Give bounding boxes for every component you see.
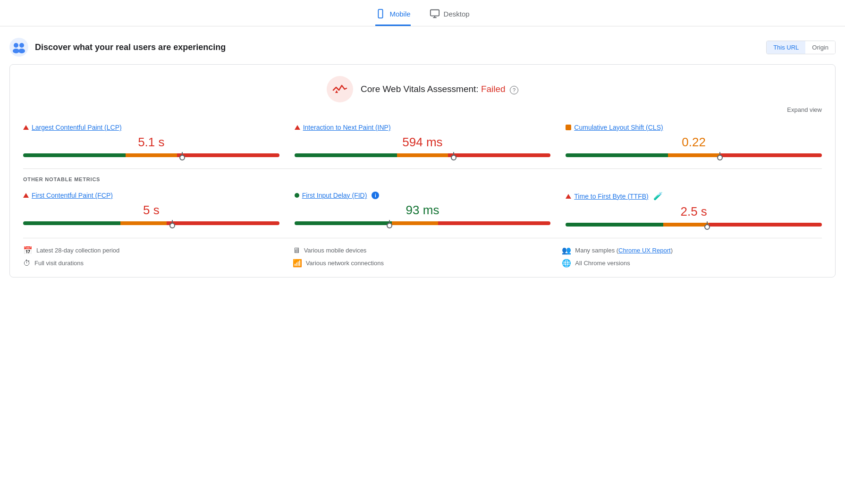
metric-fid-label: First Input Delay (FID) i — [295, 192, 551, 199]
fcp-value: 5 s — [23, 203, 279, 218]
chrome-ux-report-link[interactable]: Chrome UX Report — [618, 247, 671, 254]
core-metrics-grid: Largest Contentful Paint (LCP) 5.1 s Int… — [23, 122, 822, 159]
metric-lcp-label: Largest Contentful Paint (LCP) — [23, 124, 279, 131]
ttfb-bar-marker — [707, 221, 708, 228]
tab-desktop-label: Desktop — [444, 10, 470, 18]
fid-value: 93 ms — [295, 203, 551, 218]
svg-point-5 — [9, 38, 28, 57]
fid-info-icon[interactable]: i — [372, 192, 379, 199]
footer-info: 📅 Latest 28-day collection period 🖥 Vari… — [23, 238, 822, 268]
footer-samples: 👥 Many samples (Chrome UX Report) — [562, 246, 822, 255]
tab-mobile-label: Mobile — [389, 10, 410, 18]
metric-lcp: Largest Contentful Paint (LCP) 5.1 s — [23, 122, 279, 159]
inp-bar-marker — [453, 152, 454, 159]
people-icon: 👥 — [562, 246, 571, 255]
metric-ttfb-label: Time to First Byte (TTFB) 🧪 — [566, 192, 822, 201]
section-title: Discover what your real users are experi… — [35, 42, 226, 52]
metric-cls-label: Cumulative Layout Shift (CLS) — [566, 124, 822, 131]
lcp-bar — [23, 153, 279, 157]
ttfb-link[interactable]: Time to First Byte (TTFB) — [574, 193, 648, 200]
top-tabs: Mobile Desktop — [0, 0, 845, 26]
footer-visit-duration: ⏱ Full visit durations — [23, 259, 283, 268]
metric-cls: Cumulative Layout Shift (CLS) 0.22 — [566, 122, 822, 159]
metric-inp: Interaction to Next Paint (INP) 594 ms — [295, 122, 551, 159]
svg-marker-10 — [335, 90, 338, 93]
footer-network: 📶 Various network connections — [293, 259, 553, 268]
fcp-status-icon — [23, 193, 29, 198]
metric-fcp: First Contentful Paint (FCP) 5 s — [23, 190, 279, 228]
fcp-bar — [23, 221, 279, 225]
metric-fid: First Input Delay (FID) i 93 ms — [295, 190, 551, 228]
fcp-bar-marker — [172, 220, 173, 227]
assessment-help-icon[interactable]: ? — [510, 86, 518, 94]
footer-collection-period: 📅 Latest 28-day collection period — [23, 246, 283, 255]
other-metrics-label: OTHER NOTABLE METRICS — [23, 176, 822, 182]
metric-fcp-label: First Contentful Paint (FCP) — [23, 192, 279, 199]
svg-point-7 — [19, 43, 24, 48]
this-url-button[interactable]: This URL — [767, 41, 805, 54]
devices-icon: 🖥 — [293, 246, 300, 255]
origin-button[interactable]: Origin — [805, 41, 835, 54]
fid-status-icon — [295, 193, 299, 198]
assessment-title: Core Web Vitals Assessment: Failed ? — [361, 84, 518, 94]
ttfb-value: 2.5 s — [566, 204, 822, 219]
tab-mobile[interactable]: Mobile — [375, 8, 410, 26]
svg-rect-0 — [379, 9, 383, 18]
metric-ttfb: Time to First Byte (TTFB) 🧪 2.5 s — [566, 190, 822, 228]
assessment-failed-icon — [332, 84, 347, 95]
cls-value: 0.22 — [566, 135, 822, 150]
lcp-status-icon — [23, 125, 29, 130]
expand-view-button[interactable]: Expand view — [23, 106, 822, 113]
fid-link[interactable]: First Input Delay (FID) — [302, 192, 367, 199]
mobile-icon — [375, 8, 386, 19]
fcp-link[interactable]: First Contentful Paint (FCP) — [32, 192, 113, 199]
inp-bar — [295, 153, 551, 157]
cls-status-icon — [566, 125, 571, 130]
section-header: Discover what your real users are experi… — [0, 38, 845, 64]
users-avatar-icon — [9, 38, 28, 57]
assessment-header: Core Web Vitals Assessment: Failed ? — [23, 76, 822, 102]
section-header-left: Discover what your real users are experi… — [9, 38, 226, 57]
url-origin-toggle: This URL Origin — [766, 41, 836, 54]
ttfb-bar — [566, 223, 822, 227]
fid-bar — [295, 221, 551, 225]
other-metrics-grid: First Contentful Paint (FCP) 5 s First I… — [23, 190, 822, 228]
inp-value: 594 ms — [295, 135, 551, 150]
assessment-icon-wrap — [327, 76, 353, 102]
ttfb-beaker-icon[interactable]: 🧪 — [653, 192, 663, 201]
lcp-value: 5.1 s — [23, 135, 279, 150]
svg-point-6 — [14, 43, 18, 48]
clock-icon: ⏱ — [23, 259, 31, 268]
ttfb-status-icon — [566, 194, 571, 199]
svg-rect-2 — [430, 10, 439, 16]
footer-chrome-versions: 🌐 All Chrome versions — [562, 259, 822, 268]
calendar-icon: 📅 — [23, 246, 33, 255]
metrics-divider — [23, 168, 822, 169]
metric-inp-label: Interaction to Next Paint (INP) — [295, 124, 551, 131]
chrome-icon: 🌐 — [562, 259, 571, 268]
cls-bar — [566, 153, 822, 157]
cls-bar-marker — [719, 152, 720, 159]
inp-status-icon — [295, 125, 300, 130]
desktop-icon — [430, 8, 440, 19]
tab-desktop[interactable]: Desktop — [430, 8, 470, 26]
svg-point-8 — [13, 49, 19, 53]
svg-point-9 — [18, 49, 25, 53]
main-card: Core Web Vitals Assessment: Failed ? Exp… — [9, 64, 836, 277]
wifi-icon: 📶 — [293, 259, 302, 268]
lcp-link[interactable]: Largest Contentful Paint (LCP) — [32, 124, 122, 131]
cls-link[interactable]: Cumulative Layout Shift (CLS) — [574, 124, 663, 131]
footer-mobile-devices: 🖥 Various mobile devices — [293, 246, 553, 255]
inp-link[interactable]: Interaction to Next Paint (INP) — [303, 124, 391, 131]
